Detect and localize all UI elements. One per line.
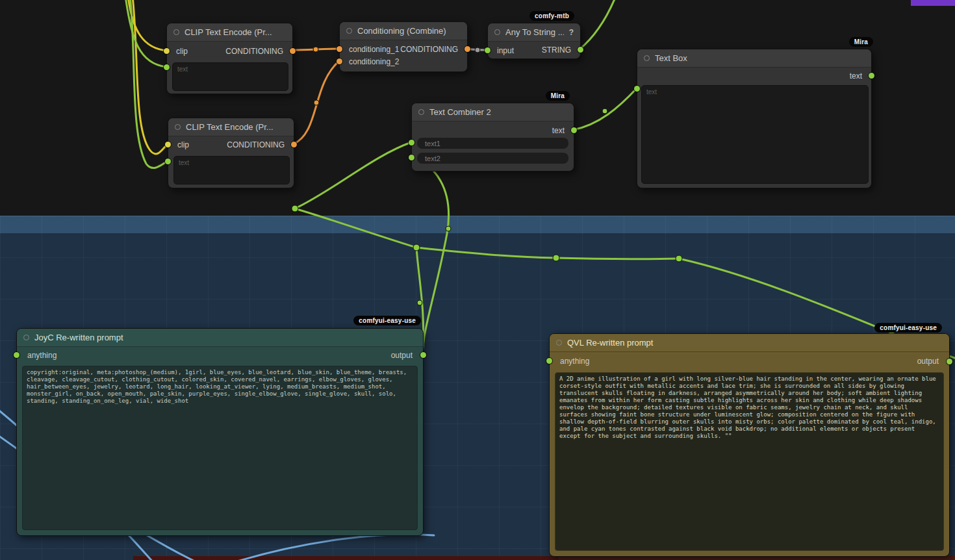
node-qvl-rewritten-prompt[interactable]: QVL Re-written prompt anything output A … xyxy=(549,333,950,557)
collapse-toggle-icon[interactable] xyxy=(173,29,179,35)
node-badge-comfy-mtb: comfy-mtb xyxy=(529,11,574,21)
text1-widget-label: text1 xyxy=(425,140,440,147)
node-clip-text-encode-2[interactable]: CLIP Text Encode (Pr... clip CONDITIONIN… xyxy=(168,118,294,188)
link-dot xyxy=(314,100,319,105)
wire-clip-2 xyxy=(133,0,168,154)
text-widget-placeholder: text xyxy=(646,88,657,95)
node-title: Conditioning (Combine) xyxy=(357,26,461,36)
output-slot-conditioning[interactable] xyxy=(290,48,296,54)
output-slot-output[interactable] xyxy=(420,352,426,358)
text2-widget[interactable]: text2 xyxy=(417,153,568,164)
input-slot-any[interactable] xyxy=(485,47,490,53)
output-slot-text[interactable] xyxy=(571,127,577,133)
input-slot-text2[interactable] xyxy=(409,155,414,160)
node-badge-easy-use-qvl: comfyui-easy-use xyxy=(874,323,942,333)
wire-string-up xyxy=(579,0,616,49)
input-slot-clip[interactable] xyxy=(165,142,171,147)
wire-to-text1 xyxy=(295,142,411,209)
wire-clip-1 xyxy=(128,0,166,51)
collapse-toggle-icon[interactable] xyxy=(175,124,181,130)
slot-label-conditioning: CONDITIONING xyxy=(225,47,283,56)
wire-combiner-to-textbox xyxy=(573,88,637,130)
collapse-toggle-icon[interactable] xyxy=(556,340,562,346)
collapse-toggle-icon[interactable] xyxy=(23,335,29,340)
input-slot-anything[interactable] xyxy=(14,352,19,358)
slot-label-input: input xyxy=(497,46,514,55)
node-title: QVL Re-written prompt xyxy=(567,338,943,348)
node-header[interactable]: QVL Re-written prompt xyxy=(550,334,949,352)
slot-label-output: output xyxy=(391,351,413,360)
collapse-toggle-icon[interactable] xyxy=(346,28,352,34)
slot-label-output: output xyxy=(917,357,939,366)
node-any-to-string[interactable]: Any To String ... ? input STRING xyxy=(487,23,581,59)
reroute-dot xyxy=(292,205,298,212)
input-slot-text1[interactable] xyxy=(409,140,414,146)
help-icon[interactable]: ? xyxy=(569,28,574,37)
node-header[interactable]: Conditioning (Combine) xyxy=(340,22,467,40)
slot-label-conditioning: CONDITIONING xyxy=(227,140,285,149)
node-text-combiner-2[interactable]: Text Combiner 2 text text1 text2 xyxy=(411,103,574,172)
output-slot-conditioning[interactable] xyxy=(291,142,297,147)
text2-widget-label: text2 xyxy=(425,155,440,162)
node-joyc-rewritten-prompt[interactable]: JoyC Re-written prompt anything output c… xyxy=(16,328,424,536)
node-badge-mira-combiner: Mira xyxy=(546,91,570,101)
node-title: JoyC Re-written prompt xyxy=(34,333,416,342)
text-widget-placeholder: text xyxy=(179,159,189,166)
node-header[interactable]: Any To String ... ? xyxy=(488,23,580,42)
node-header[interactable]: CLIP Text Encode (Pr... xyxy=(168,118,294,136)
node-header[interactable]: Text Combiner 2 xyxy=(412,103,574,121)
text-widget-placeholder: text xyxy=(177,66,188,73)
node-graph-canvas[interactable]: CLIP Text Encode (Pr... clip CONDITIONIN… xyxy=(0,0,955,560)
collapse-toggle-icon[interactable] xyxy=(418,109,424,115)
text-widget[interactable]: text xyxy=(172,62,288,91)
prompt-text-area[interactable]: A 2D anime illustration of a girl with l… xyxy=(555,372,944,551)
node-title: CLIP Text Encode (Pr... xyxy=(185,27,286,37)
node-title: CLIP Text Encode (Pr... xyxy=(186,122,287,132)
node-badge-mira-textbox: Mira xyxy=(849,37,873,47)
input-slot-clip[interactable] xyxy=(164,48,170,54)
node-header[interactable]: JoyC Re-written prompt xyxy=(17,329,423,347)
node-conditioning-combine[interactable]: Conditioning (Combine) conditioning_1 CO… xyxy=(339,21,468,72)
output-slot-output[interactable] xyxy=(947,359,952,364)
output-slot-conditioning[interactable] xyxy=(465,46,470,52)
output-slot-text[interactable] xyxy=(869,73,874,79)
link-dot xyxy=(602,108,607,114)
input-slot-text[interactable] xyxy=(165,159,171,164)
slot-label-conditioning-1: conditioning_1 xyxy=(349,45,399,54)
node-text-box[interactable]: Text Box text text xyxy=(637,49,872,188)
wire-text-2 xyxy=(130,0,168,168)
collapse-toggle-icon[interactable] xyxy=(644,55,650,61)
wire-conditioning-1 xyxy=(292,49,339,50)
slot-label-conditioning-out: CONDITIONING xyxy=(400,45,458,54)
slot-label-anything: anything xyxy=(560,357,589,366)
output-slot-string[interactable] xyxy=(578,47,583,53)
prompt-text-area[interactable]: copyright:original, meta:photoshop_(medi… xyxy=(22,366,418,530)
node-header[interactable]: Text Box xyxy=(637,49,871,68)
slot-label-anything: anything xyxy=(27,351,57,360)
node-badge-easy-use-joyc: comfyui-easy-use xyxy=(353,316,421,325)
slot-label-clip: clip xyxy=(177,140,189,149)
text1-widget[interactable]: text1 xyxy=(417,138,568,149)
text-widget[interactable]: text xyxy=(173,156,290,185)
node-header[interactable]: CLIP Text Encode (Pr... xyxy=(167,23,292,42)
slot-label-text-out: text xyxy=(552,126,565,135)
slot-label-clip: clip xyxy=(176,47,188,56)
input-slot-anything[interactable] xyxy=(546,358,552,364)
node-title: Text Combiner 2 xyxy=(429,107,567,117)
input-slot-text[interactable] xyxy=(164,64,170,70)
minimap-marker xyxy=(911,0,955,6)
slot-label-text-out: text xyxy=(850,71,862,81)
node-clip-text-encode-1[interactable]: CLIP Text Encode (Pr... clip CONDITIONIN… xyxy=(166,23,293,94)
text-widget[interactable]: text xyxy=(641,85,869,184)
input-slot-conditioning-2[interactable] xyxy=(337,58,342,64)
collapse-toggle-icon[interactable] xyxy=(494,29,500,35)
slot-label-conditioning-2: conditioning_2 xyxy=(349,57,399,66)
link-dot xyxy=(475,47,480,53)
node-title: Any To String ... xyxy=(505,27,564,37)
slot-label-string: STRING xyxy=(542,45,571,55)
input-slot-text[interactable] xyxy=(634,86,640,92)
node-title: Text Box xyxy=(655,53,865,63)
wire-conditioning-2 xyxy=(293,61,339,144)
wire-text-1 xyxy=(125,0,166,67)
input-slot-conditioning-1[interactable] xyxy=(337,46,342,52)
